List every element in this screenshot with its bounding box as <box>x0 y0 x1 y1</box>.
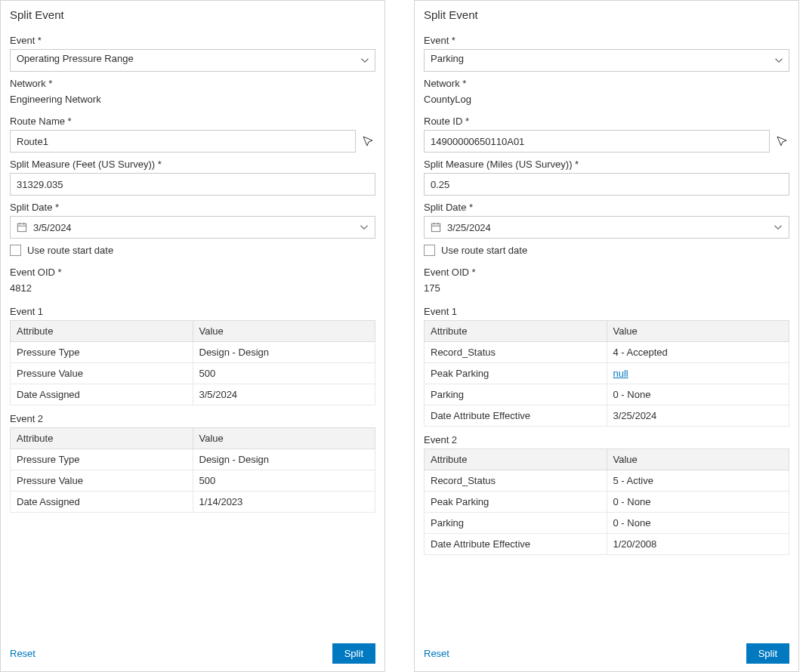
value-cell[interactable]: Design - Design <box>193 342 375 363</box>
split-button[interactable]: Split <box>332 643 375 664</box>
attribute-cell: Date Attribute Effective <box>425 405 607 427</box>
chevron-down-icon <box>360 223 369 232</box>
panel-title: Split Event <box>10 8 375 21</box>
route-name-input[interactable] <box>10 130 356 153</box>
attribute-cell: Date Assigned <box>11 492 193 513</box>
use-route-start-checkbox[interactable] <box>424 245 435 256</box>
route-id-input[interactable] <box>424 130 770 153</box>
use-route-start-label: Use route start date <box>441 245 527 256</box>
value-header: Value <box>607 321 789 342</box>
value-cell[interactable]: 4 - Accepted <box>607 342 789 363</box>
table-row[interactable]: Peak Parking0 - None <box>425 492 789 513</box>
split-measure-input[interactable] <box>10 173 375 196</box>
split-measure-label: Split Measure (Feet (US Survey)) * <box>10 159 375 170</box>
panel-title: Split Event <box>424 8 789 21</box>
value-cell[interactable]: Design - Design <box>193 449 375 470</box>
value-cell[interactable]: 5 - Active <box>607 470 789 492</box>
reset-button[interactable]: Reset <box>424 648 449 659</box>
value-cell[interactable]: 1/14/2023 <box>193 492 375 513</box>
calendar-icon <box>429 220 443 234</box>
split-measure-input[interactable] <box>424 173 789 196</box>
chevron-down-icon <box>774 223 783 232</box>
split-date-value: 3/25/2024 <box>447 222 766 233</box>
split-button[interactable]: Split <box>746 643 789 664</box>
attribute-header: Attribute <box>11 428 193 449</box>
network-label: Network * <box>424 78 789 89</box>
split-date-input[interactable]: 3/25/2024 <box>424 216 789 239</box>
event-oid-label: Event OID * <box>10 267 375 278</box>
event2-table: Attribute Value Pressure TypeDesign - De… <box>10 427 375 513</box>
route-name-label: Route Name * <box>10 116 375 127</box>
split-measure-label: Split Measure (Miles (US Survey)) * <box>424 159 789 170</box>
value-cell[interactable]: 0 - None <box>607 513 789 534</box>
attribute-header: Attribute <box>425 321 607 342</box>
event-oid-value: 175 <box>424 282 789 294</box>
attribute-cell: Pressure Type <box>11 449 193 470</box>
table-row[interactable]: Date Attribute Effective1/20/2008 <box>425 534 789 555</box>
event-label: Event * <box>10 35 375 46</box>
table-row[interactable]: Date Attribute Effective3/25/2024 <box>425 405 789 427</box>
attribute-cell: Pressure Value <box>11 470 193 492</box>
event2-header: Event 2 <box>10 413 375 424</box>
select-route-tool-icon[interactable] <box>360 134 375 149</box>
value-cell[interactable]: 3/5/2024 <box>193 384 375 405</box>
event2-table: Attribute Value Record_Status5 - ActiveP… <box>424 449 789 555</box>
attribute-cell: Peak Parking <box>425 363 607 384</box>
network-value: Engineering Network <box>10 94 375 105</box>
split-event-panel-left: Split Event Event * Operating Pressure R… <box>0 0 385 672</box>
table-row[interactable]: Parking0 - None <box>425 384 789 405</box>
split-date-label: Split Date * <box>424 202 789 213</box>
svg-rect-4 <box>431 223 440 232</box>
table-row[interactable]: Parking0 - None <box>425 513 789 534</box>
event-select-value[interactable]: Operating Pressure Range <box>10 49 375 72</box>
select-route-tool-icon[interactable] <box>774 134 789 149</box>
table-row[interactable]: Date Assigned1/14/2023 <box>11 492 375 513</box>
attribute-cell: Pressure Type <box>11 342 193 363</box>
calendar-icon <box>15 220 29 234</box>
attribute-cell: Pressure Value <box>11 363 193 384</box>
attribute-cell: Peak Parking <box>425 492 607 513</box>
value-cell[interactable]: 1/20/2008 <box>607 534 789 555</box>
value-cell[interactable]: 0 - None <box>607 492 789 513</box>
event1-table: Attribute Value Pressure TypeDesign - De… <box>10 320 375 405</box>
table-row[interactable]: Pressure TypeDesign - Design <box>11 449 375 470</box>
use-route-start-label: Use route start date <box>27 245 113 256</box>
value-cell[interactable]: 500 <box>193 363 375 384</box>
attribute-cell: Date Assigned <box>11 384 193 405</box>
value-cell[interactable]: 3/25/2024 <box>607 405 789 427</box>
event1-header: Event 1 <box>424 306 789 317</box>
table-row[interactable]: Pressure Value500 <box>11 470 375 492</box>
split-date-value: 3/5/2024 <box>33 222 352 233</box>
attribute-cell: Record_Status <box>425 470 607 492</box>
network-value: CountyLog <box>424 94 789 105</box>
reset-button[interactable]: Reset <box>10 648 36 659</box>
value-cell[interactable]: null <box>607 363 789 384</box>
table-row[interactable]: Pressure Value500 <box>11 363 375 384</box>
table-row[interactable]: Date Assigned3/5/2024 <box>11 384 375 405</box>
event2-header: Event 2 <box>424 434 789 445</box>
event-label: Event * <box>424 35 789 46</box>
split-event-panel-right: Split Event Event * Parking Network * Co… <box>414 0 799 672</box>
attribute-cell: Date Attribute Effective <box>425 534 607 555</box>
table-row[interactable]: Peak Parkingnull <box>425 363 789 384</box>
attribute-cell: Record_Status <box>425 342 607 363</box>
attribute-header: Attribute <box>11 321 193 342</box>
event-select[interactable]: Parking <box>424 49 789 72</box>
value-cell[interactable]: 0 - None <box>607 384 789 405</box>
table-row[interactable]: Pressure TypeDesign - Design <box>11 342 375 363</box>
event-oid-value: 4812 <box>10 282 375 294</box>
split-date-input[interactable]: 3/5/2024 <box>10 216 375 239</box>
value-header: Value <box>193 321 375 342</box>
null-value-link[interactable]: null <box>613 368 628 379</box>
event1-table: Attribute Value Record_Status4 - Accepte… <box>424 320 789 427</box>
value-cell[interactable]: 500 <box>193 470 375 492</box>
use-route-start-checkbox[interactable] <box>10 245 21 256</box>
table-row[interactable]: Record_Status5 - Active <box>425 470 789 492</box>
route-id-label: Route ID * <box>424 116 789 127</box>
event-oid-label: Event OID * <box>424 267 789 278</box>
table-row[interactable]: Record_Status4 - Accepted <box>425 342 789 363</box>
event-select-value[interactable]: Parking <box>424 49 789 72</box>
event1-header: Event 1 <box>10 306 375 317</box>
event-select[interactable]: Operating Pressure Range <box>10 49 375 72</box>
attribute-cell: Parking <box>425 384 607 405</box>
